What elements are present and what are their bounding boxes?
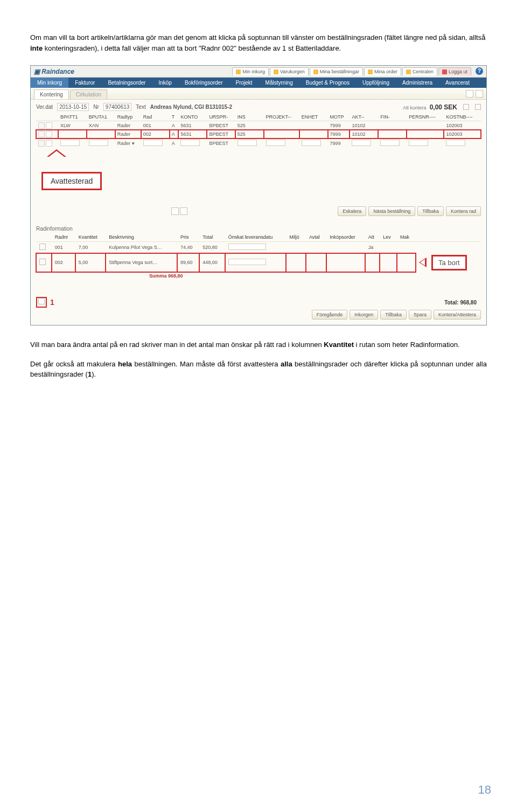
grid-row[interactable]: Rader002A5631BPBEST525799910102102003 — [36, 130, 481, 138]
col-bputa1: BPUTA1 — [87, 113, 115, 121]
btn-kontera-rad[interactable]: Kontera rad — [446, 206, 481, 216]
grid-cell — [264, 138, 299, 148]
grid-cell: A — [170, 138, 179, 148]
grid-input[interactable] — [302, 140, 321, 146]
btn-spara[interactable]: Spara — [409, 310, 431, 320]
grid-cell — [264, 121, 299, 130]
nav-uppfoljning[interactable]: Uppföljning — [356, 78, 396, 88]
rad-cell-att — [365, 253, 380, 272]
radinformation-table: Radnr Kvantitet Beskrivning Pris Total Ö… — [36, 233, 481, 272]
tab-cirkulation[interactable]: Cirkulation — [70, 89, 107, 99]
grid-cell: A — [170, 121, 179, 130]
grid-cell: 525 — [235, 121, 264, 130]
nav-avancerat[interactable]: Avancerat — [439, 78, 476, 88]
nav-betalningsorder[interactable]: Betalningsorder — [101, 78, 152, 88]
grid-input[interactable] — [237, 140, 257, 146]
toplink-varukorgen[interactable]: Varukorgen — [270, 67, 309, 75]
nav-inkop[interactable]: Inköp — [152, 78, 178, 88]
rad-cell — [380, 242, 397, 253]
grid-row[interactable]: XLWXANRader001A5631BPBEST525799910102102… — [36, 121, 481, 130]
nav-malstyrning[interactable]: Målstyrning — [259, 78, 299, 88]
btn-tillbaka[interactable]: Tillbaka — [417, 206, 444, 216]
grid-cell — [378, 121, 407, 130]
trash-icon[interactable] — [39, 244, 46, 250]
trash-icon[interactable] — [39, 259, 46, 265]
annotation-cell — [416, 242, 481, 253]
col-akt: AKT-- — [350, 113, 378, 121]
rad-row[interactable]: 0017,00Kulpenna Pilot Vega S…74,40520,80… — [36, 242, 481, 253]
footer-toolbar: 1 Total: 968,80 — [36, 297, 481, 308]
trash-icon[interactable] — [38, 131, 45, 137]
grid-input[interactable] — [180, 140, 200, 146]
grid-cell — [87, 138, 115, 148]
col-rad: Rad — [141, 113, 170, 121]
intro-bold: inte — [30, 44, 43, 52]
kontering-grid: BPATT1 BPUTA1 Radtyp Rad T KONTO URSPR- … — [36, 113, 481, 148]
grid-input[interactable] — [143, 140, 163, 146]
nav-administrera[interactable]: Administrera — [396, 78, 439, 88]
toplink-mina-order[interactable]: Mina order — [364, 67, 401, 75]
rad-cell — [286, 253, 306, 272]
tabort-annotation: Ta bort — [419, 255, 467, 270]
toplink-centralen[interactable]: Centralen — [402, 67, 437, 75]
btn-tillbaka-2[interactable]: Tillbaka — [380, 310, 407, 320]
page-prev[interactable] — [171, 207, 179, 215]
mini-btn-1[interactable] — [466, 90, 473, 98]
trash-icon[interactable] — [38, 298, 45, 304]
col-fin: FIN- — [378, 113, 407, 121]
btn-eskalera[interactable]: Eskalera — [338, 206, 366, 216]
leverans-input[interactable] — [228, 259, 266, 265]
nav-min-inkorg[interactable]: Min inkorg — [31, 78, 68, 88]
btn-kontera-attestera[interactable]: Kontera/Attestera — [434, 310, 481, 320]
grid-input[interactable] — [446, 140, 465, 146]
btn-foregaende[interactable]: Föregående — [312, 310, 348, 320]
page-next[interactable] — [180, 207, 187, 215]
nav-projekt[interactable]: Projekt — [229, 78, 258, 88]
meta-icon-2[interactable] — [475, 104, 481, 110]
nav-bokforingsorder[interactable]: Bokföringsorder — [178, 78, 229, 88]
grid-cell — [444, 138, 481, 148]
grid-input[interactable] — [380, 140, 400, 146]
col-radtyp: Radtyp — [115, 113, 141, 121]
help-icon[interactable]: ? — [476, 67, 483, 75]
grid-input[interactable] — [266, 140, 285, 146]
grid-input[interactable] — [409, 140, 428, 146]
trash-icon[interactable] — [38, 140, 45, 147]
grid-input[interactable] — [60, 140, 80, 146]
trash-icon[interactable] — [38, 122, 45, 129]
nav-budget-prognos[interactable]: Budget & Prognos — [299, 78, 356, 88]
grid-cell: 001 — [141, 121, 170, 130]
toplink-label: Centralen — [413, 69, 434, 74]
content-area: Ver.dat 2013-10-15 Nr 97400613 Text Andr… — [31, 100, 486, 325]
grid-cell: 525 — [235, 130, 264, 138]
r-col-lev: Lev — [380, 233, 397, 242]
rad-cell-total: 448,00 — [199, 253, 225, 272]
r-col-kvantitet: Kvantitet — [75, 233, 106, 242]
grid-input[interactable] — [89, 140, 108, 146]
summa-label: Summa 968,80 — [149, 273, 481, 279]
grid-cell: 7999 — [328, 138, 350, 148]
toplink-logga-ut[interactable]: Logga ut — [438, 67, 471, 75]
grid-cell — [58, 130, 87, 138]
text-label: Text — [136, 104, 145, 110]
nav-fakturor[interactable]: Fakturor — [68, 78, 101, 88]
grid-input[interactable] — [352, 140, 371, 146]
grid-cell: 7999 — [328, 121, 350, 130]
logout-icon — [442, 70, 447, 74]
rad-cell-pris: 89,60 — [177, 253, 199, 272]
tab-kontering[interactable]: Kontering — [34, 89, 69, 99]
leverans-input[interactable] — [228, 244, 266, 250]
toplink-min-inkorg[interactable]: Min inkorg — [232, 67, 269, 75]
btn-nasta-bestallning[interactable]: Nästa beställning — [368, 206, 415, 216]
col-kostnb: KOSTNB---- — [444, 113, 481, 121]
outro-1c: i rutan som heter Radinformation. — [354, 341, 460, 349]
grid-row[interactable]: Rader ▾ABPBEST7999 — [36, 138, 481, 148]
mini-btn-2[interactable] — [476, 90, 483, 98]
toplink-mina-bestallningar[interactable]: Mina beställningar — [310, 67, 363, 75]
rad-row[interactable]: 0025,00Stiftpenna Vega sort…89,60448,00T… — [36, 253, 481, 272]
btn-inkorgen[interactable]: Inkorgen — [350, 310, 378, 320]
r-col-onskat: Önskat leveransdatu — [225, 233, 287, 242]
grid-cell: A — [170, 130, 179, 138]
meta-icon-1[interactable] — [463, 104, 469, 110]
intro-text-1: Om man vill ta bort artikeln/artiklarna … — [30, 33, 485, 41]
